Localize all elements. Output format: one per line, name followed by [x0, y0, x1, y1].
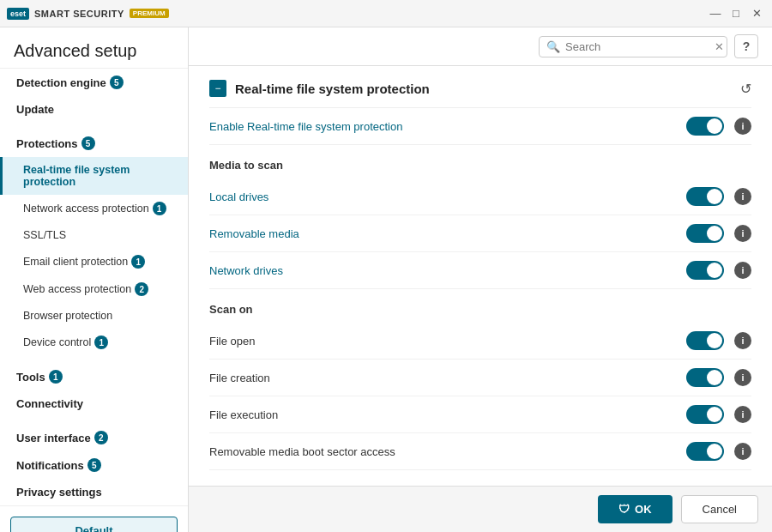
default-button[interactable]: Default — [10, 517, 178, 532]
removable-media-info-icon[interactable]: i — [734, 225, 751, 242]
file-open-info-icon[interactable]: i — [734, 332, 751, 349]
eset-logo-box: eset — [7, 8, 29, 20]
sidebar-item-user-interface[interactable]: User interface 2 — [0, 424, 188, 451]
ok-button[interactable]: 🛡 OK — [598, 495, 672, 523]
reset-icon[interactable]: ↺ — [740, 81, 751, 97]
local-drives-label: Local drives — [209, 190, 268, 203]
help-button[interactable]: ? — [734, 34, 758, 58]
badge-network-access: 1 — [153, 202, 166, 215]
badge-device-control: 1 — [94, 336, 108, 349]
sidebar-footer: Default — [0, 505, 188, 532]
maximize-button[interactable]: □ — [727, 5, 745, 22]
setting-row-file-open: File open i — [209, 323, 751, 360]
badge-protections: 5 — [81, 136, 95, 150]
sidebar-item-tools[interactable]: Tools 1 — [0, 363, 188, 390]
badge-user-interface: 2 — [94, 431, 108, 444]
sidebar-item-privacy-settings[interactable]: Privacy settings — [0, 479, 188, 505]
app-name: SMART SECURITY — [34, 9, 124, 19]
file-creation-label: File creation — [209, 372, 270, 384]
cancel-button[interactable]: Cancel — [681, 495, 758, 523]
removable-boot-label: Removable media boot sector access — [209, 445, 395, 458]
badge-email-client: 1 — [131, 255, 145, 269]
process-exclusions-title: Processes exclusions — [209, 470, 751, 486]
badge-notifications: 5 — [87, 458, 101, 472]
sidebar-item-device-control[interactable]: Device control 1 — [0, 329, 188, 356]
file-execution-toggle[interactable] — [686, 405, 724, 424]
content-scroll: − Real-time file system protection ↺ Ena… — [189, 66, 772, 486]
content-panel: − Real-time file system protection ↺ Ena… — [189, 66, 772, 486]
file-creation-toggle[interactable] — [686, 368, 724, 387]
setting-row-local-drives: Local drives i — [209, 178, 751, 215]
removable-media-toggle[interactable] — [686, 224, 724, 243]
premium-badge: PREMIUM — [130, 9, 169, 18]
sidebar-item-connectivity[interactable]: Connectivity — [0, 390, 188, 417]
setting-row-removable-media: Removable media i — [209, 215, 751, 252]
badge-tools: 1 — [49, 370, 63, 384]
search-icon: 🔍 — [546, 40, 560, 53]
sidebar-item-realtime-file[interactable]: Real-time file system protection — [0, 157, 188, 195]
content-header: 🔍 ✕ ? — [189, 27, 772, 66]
sidebar-item-web-access[interactable]: Web access protection 2 — [0, 275, 188, 303]
sidebar-title: Advanced setup — [0, 27, 188, 69]
file-execution-info-icon[interactable]: i — [734, 406, 751, 423]
title-bar-controls: — □ ✕ — [707, 5, 765, 22]
removable-boot-toggle[interactable] — [686, 442, 724, 461]
title-bar: eset SMART SECURITY PREMIUM — □ ✕ — [0, 0, 772, 27]
file-open-toggle[interactable] — [686, 331, 724, 350]
scan-on-title: Scan on — [209, 289, 751, 323]
file-execution-label: File execution — [209, 408, 278, 421]
media-to-scan-title: Media to scan — [209, 145, 751, 178]
main-toggle-row: Enable Real-time file system protection … — [209, 108, 751, 145]
section-title-bar: − Real-time file system protection ↺ — [209, 66, 751, 108]
close-button[interactable]: ✕ — [748, 5, 765, 22]
collapse-icon[interactable]: − — [209, 80, 226, 97]
network-drives-info-icon[interactable]: i — [734, 262, 751, 279]
removable-boot-info-icon[interactable]: i — [734, 443, 751, 460]
badge-detection-engine: 5 — [110, 76, 124, 89]
file-creation-info-icon[interactable]: i — [734, 369, 751, 386]
eset-logo: eset — [7, 8, 29, 20]
local-drives-toggle[interactable] — [686, 187, 724, 206]
search-clear-icon[interactable]: ✕ — [715, 40, 724, 53]
content-area: 🔍 ✕ ? − Real-time file system protection… — [189, 27, 772, 532]
section-title: Real-time file system protection — [235, 82, 430, 96]
title-bar-left: eset SMART SECURITY PREMIUM — [7, 8, 169, 20]
sidebar: Advanced setup Detection engine 5 Update… — [0, 27, 189, 532]
shield-icon: 🛡 — [618, 503, 630, 516]
sidebar-item-network-access[interactable]: Network access protection 1 — [0, 195, 188, 222]
sidebar-item-protections[interactable]: Protections 5 — [0, 130, 188, 157]
setting-row-removable-boot: Removable media boot sector access i — [209, 433, 751, 470]
sidebar-item-notifications[interactable]: Notifications 5 — [0, 451, 188, 479]
main-toggle-label: Enable Real-time file system protection — [209, 120, 402, 133]
file-open-label: File open — [209, 335, 255, 348]
removable-media-label: Removable media — [209, 227, 299, 240]
network-drives-toggle[interactable] — [686, 261, 724, 280]
sidebar-item-detection-engine[interactable]: Detection engine 5 — [0, 69, 188, 96]
network-drives-label: Network drives — [209, 264, 283, 277]
sidebar-item-ssl-tls[interactable]: SSL/TLS — [0, 222, 188, 248]
sidebar-item-email-client[interactable]: Email client protection 1 — [0, 248, 188, 275]
minimize-button[interactable]: — — [707, 5, 724, 22]
bottom-bar: 🛡 OK Cancel — [189, 486, 772, 532]
sidebar-item-update[interactable]: Update — [0, 96, 188, 123]
setting-row-network-drives: Network drives i — [209, 252, 751, 289]
main-toggle-info-icon[interactable]: i — [734, 118, 751, 135]
search-input[interactable] — [565, 40, 709, 53]
setting-row-file-execution: File execution i — [209, 396, 751, 433]
main-toggle[interactable] — [686, 117, 724, 136]
badge-web-access: 2 — [135, 282, 148, 296]
local-drives-info-icon[interactable]: i — [734, 188, 751, 205]
sidebar-item-browser-protection[interactable]: Browser protection — [0, 303, 188, 329]
main-container: Advanced setup Detection engine 5 Update… — [0, 27, 772, 532]
setting-row-file-creation: File creation i — [209, 360, 751, 396]
search-box: 🔍 ✕ — [539, 36, 727, 57]
